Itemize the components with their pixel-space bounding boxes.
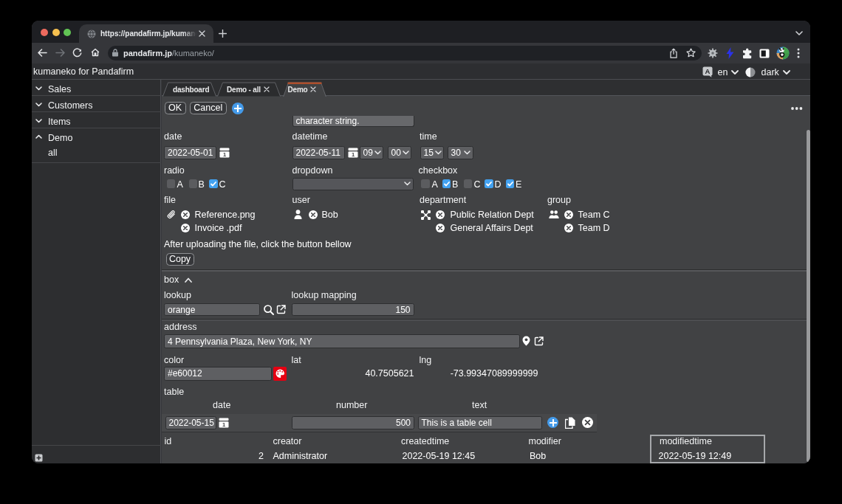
svg-text:1: 1 (222, 421, 225, 428)
svg-text:1: 1 (352, 151, 355, 158)
svg-text:1: 1 (223, 151, 226, 158)
svg-text:A: A (705, 67, 711, 75)
